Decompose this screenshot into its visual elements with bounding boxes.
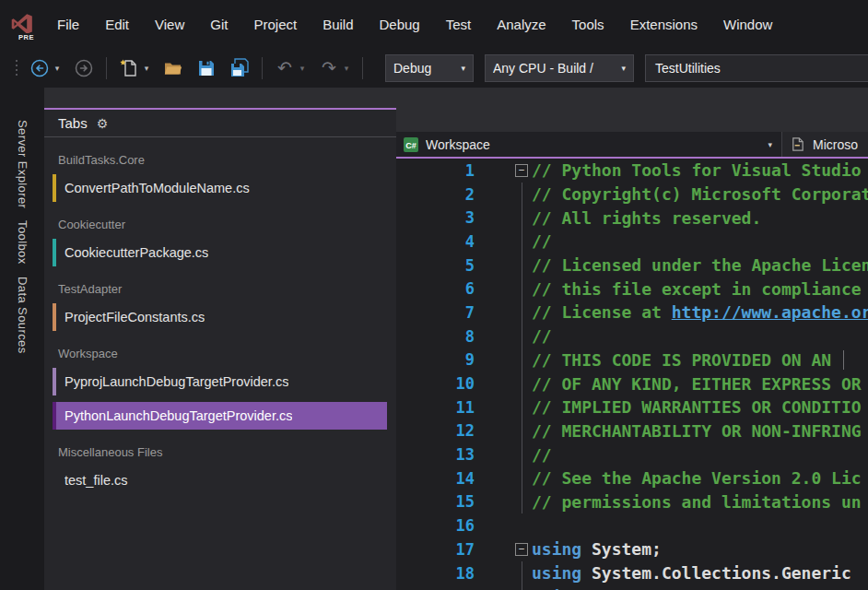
- menu-item-file[interactable]: File: [44, 0, 92, 48]
- fold-collapse-toggle[interactable]: −: [515, 164, 528, 177]
- fold-margin: [475, 561, 532, 585]
- menu-item-analyze[interactable]: Analyze: [484, 0, 558, 48]
- indent-guide-line: [522, 206, 522, 230]
- indent-guide-line: [522, 419, 522, 443]
- file-item[interactable]: CookiecutterPackage.cs: [53, 239, 387, 266]
- code-line[interactable]: 2// Copyright(c) Microsoft Corporat: [396, 183, 868, 206]
- indent-guide-line: [522, 277, 522, 301]
- navigate-forward-button[interactable]: [73, 57, 95, 79]
- open-file-button[interactable]: [162, 57, 184, 79]
- file-item[interactable]: PyprojLaunchDebugTargetProvider.cs: [53, 368, 387, 395]
- code-line[interactable]: 8//: [396, 324, 868, 348]
- fold-margin: [475, 254, 532, 277]
- toolbar-drag-handle[interactable]: [16, 60, 18, 76]
- fold-collapse-toggle[interactable]: −: [515, 543, 528, 556]
- menu-items: FileEditViewGitProjectBuildDebugTestAnal…: [44, 0, 868, 48]
- code-token: // Copyright(c) Microsoft Corporat: [532, 184, 868, 204]
- code-line[interactable]: 9// THIS CODE IS PROVIDED ON AN: [396, 348, 868, 372]
- code-token: // All rights reserved.: [532, 208, 761, 228]
- fold-margin: [475, 301, 532, 324]
- save-all-icon: [229, 57, 251, 79]
- menu-item-tools[interactable]: Tools: [559, 0, 617, 48]
- navigate-back-button[interactable]: [29, 57, 51, 79]
- code-line[interactable]: 11// IMPLIED WARRANTIES OR CONDITIO: [396, 395, 868, 419]
- file-item[interactable]: ConvertPathToModuleName.cs: [53, 174, 387, 202]
- startup-item-field[interactable]: TestUtilities: [645, 54, 868, 82]
- line-number: 1: [396, 161, 475, 180]
- menu-item-git[interactable]: Git: [197, 0, 240, 48]
- menu-item-view[interactable]: View: [142, 0, 197, 48]
- new-file-dropdown-caret[interactable]: ▾: [142, 64, 151, 73]
- save-button[interactable]: [195, 57, 217, 79]
- file-name: CookiecutterPackage.cs: [65, 245, 208, 260]
- undo-dropdown-caret[interactable]: ▾: [298, 64, 307, 73]
- file-item[interactable]: ProjectFileConstants.cs: [53, 303, 387, 331]
- code-line[interactable]: 15// permissions and limitations un: [396, 490, 868, 514]
- code-text: // See the Apache Version 2.0 Lic: [532, 468, 868, 488]
- save-all-button[interactable]: [229, 57, 251, 79]
- menu-item-extensions[interactable]: Extensions: [617, 0, 710, 48]
- code-token: System.Collections.Generic: [581, 563, 851, 583]
- menu-item-window[interactable]: Window: [710, 0, 785, 48]
- line-number: 7: [396, 303, 475, 322]
- back-dropdown-caret[interactable]: ▾: [53, 64, 62, 73]
- code-line[interactable]: 16: [396, 513, 868, 537]
- file-name: PythonLaunchDebugTargetProvider.cs: [65, 408, 292, 423]
- fold-margin: [475, 206, 532, 230]
- fold-margin: [475, 324, 532, 348]
- code-line[interactable]: 1−// Python Tools for Visual Studio: [396, 159, 868, 183]
- redo-button[interactable]: ↷: [318, 57, 340, 79]
- solution-platform-combobox[interactable]: Any CPU - Build / ▾: [485, 54, 634, 82]
- redo-dropdown-caret[interactable]: ▾: [342, 64, 351, 73]
- code-line[interactable]: 13//: [396, 442, 868, 466]
- menu-item-test[interactable]: Test: [433, 0, 485, 48]
- tab-dropdown-caret[interactable]: ▾: [768, 140, 774, 149]
- file-color-bar: [53, 174, 56, 202]
- tab-microsoft[interactable]: Microso: [782, 132, 868, 157]
- code-line[interactable]: 14// See the Apache Version 2.0 Lic: [396, 466, 868, 490]
- code-text: using System;: [532, 539, 868, 559]
- file-item[interactable]: test_file.cs: [53, 466, 387, 494]
- indent-guide-line: [522, 254, 522, 277]
- code-line[interactable]: 4//: [396, 230, 868, 254]
- visual-studio-logo: PRE: [0, 0, 44, 48]
- indent-guide-line: [522, 348, 522, 372]
- line-number: 16: [396, 516, 475, 535]
- side-tab-toolbox[interactable]: Toolbox: [16, 220, 29, 265]
- code-area[interactable]: 1−// Python Tools for Visual Studio2// C…: [396, 159, 868, 590]
- preview-badge: PRE: [18, 33, 35, 41]
- code-line[interactable]: 18using System.Collections.Generic: [396, 561, 868, 585]
- new-file-button[interactable]: [118, 57, 140, 79]
- tabs-panel-body: BuildTasks.CoreConvertPathToModuleName.c…: [44, 152, 396, 494]
- side-tab-data-sources[interactable]: Data Sources: [16, 277, 29, 354]
- undo-button[interactable]: ↶: [274, 57, 296, 79]
- code-line[interactable]: 3// All rights reserved.: [396, 206, 868, 230]
- code-token: // THIS CODE IS PROVIDED ON AN: [532, 350, 841, 370]
- code-line[interactable]: 19using System.IO: [396, 584, 868, 590]
- menu-item-edit[interactable]: Edit: [92, 0, 142, 48]
- code-line[interactable]: 17−using System;: [396, 537, 868, 561]
- side-tab-server-explorer[interactable]: Server Explorer: [16, 120, 29, 208]
- line-number: 6: [396, 279, 475, 298]
- standard-toolbar: ▾ ▾: [0, 48, 868, 88]
- tab-workspace[interactable]: C# Workspace ▾: [396, 132, 781, 157]
- code-line[interactable]: 7// License at http://www.apache.or: [396, 301, 868, 324]
- menu-item-project[interactable]: Project: [240, 0, 310, 48]
- fold-margin: [475, 442, 532, 466]
- indent-guide-line: [522, 490, 522, 514]
- solution-configuration-combobox[interactable]: Debug ▾: [385, 54, 474, 82]
- code-line[interactable]: 12// MERCHANTABILITY OR NON-INFRING: [396, 419, 868, 443]
- menu-item-build[interactable]: Build: [310, 0, 366, 48]
- code-line[interactable]: 5// Licensed under the Apache Licen: [396, 254, 868, 277]
- code-line[interactable]: 6// this file except in compliance: [396, 277, 868, 301]
- code-token: // Licensed under the Apache Licen: [532, 255, 868, 275]
- file-item[interactable]: PythonLaunchDebugTargetProvider.cs: [53, 402, 387, 430]
- menu-item-debug[interactable]: Debug: [367, 0, 433, 48]
- gear-icon[interactable]: ⚙: [97, 116, 109, 131]
- code-text: // Licensed under the Apache Licen: [532, 255, 868, 275]
- chevron-down-icon: ▾: [621, 64, 626, 73]
- code-line[interactable]: 10// OF ANY KIND, EITHER EXPRESS OR: [396, 372, 868, 395]
- line-number: 11: [396, 398, 475, 417]
- file-group-label: TestAdapter: [58, 281, 396, 297]
- file-group-label: Cookiecutter: [58, 217, 396, 232]
